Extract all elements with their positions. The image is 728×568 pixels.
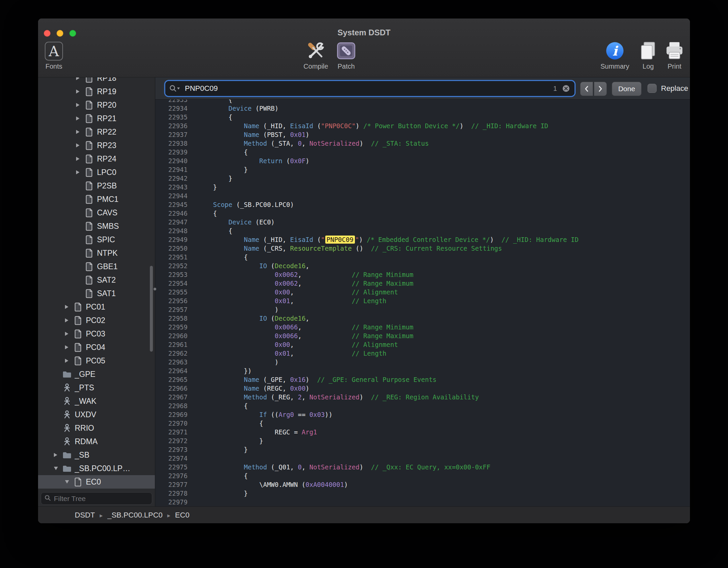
code-line[interactable]: 22945 Scope (_SB.PC00.LPC0) [155,200,690,209]
code-line[interactable]: 22966 Name (REGC, 0x00) [155,384,690,393]
code-line[interactable]: 22962 0x01, // Length [155,349,690,358]
search-menu-icon[interactable] [169,85,181,94]
disclosure-right-icon[interactable] [76,157,85,161]
code-line[interactable]: 22936 Name (_HID, EisaId ("PNP0C0C") /* … [155,121,690,130]
sidebar-item-ec0[interactable]: EC0 [38,475,155,489]
code-line[interactable]: 22953 0x0062, // Range Minimum [155,270,690,279]
sidebar-item-pc02[interactable]: PC02 [38,314,155,327]
sidebar-item-rp20[interactable]: RP20 [38,98,155,112]
disclosure-right-icon[interactable] [76,90,85,94]
sidebar-item-spic[interactable]: SPIC [38,233,155,246]
print-toolbar-button[interactable]: Print [656,41,690,70]
code-line[interactable]: 22942 } [155,174,690,183]
code-line[interactable]: 22974 [155,454,690,463]
sidebar-item-rrio[interactable]: RRIO [38,421,155,435]
find-next-button[interactable] [594,82,607,96]
sidebar-item--sb-pc00-lp-[interactable]: _SB.PC00.LP… [38,462,155,475]
sidebar-item-rp18[interactable]: RP18 [38,77,155,85]
filter-tree-input[interactable] [54,495,141,503]
code-line[interactable]: 22967 Method (_REG, 2, NotSerialized) //… [155,393,690,401]
code-line[interactable]: 22978 } [155,489,690,498]
code-line[interactable]: 22977 \AMW0.AMWN (0xA0040001) [155,480,690,489]
sidebar-item--wak[interactable]: _WAK [38,394,155,408]
code-line[interactable]: 22973 } [155,445,690,454]
code-line[interactable]: 22949 Name (_HID, EisaId ("PNP0C09") /* … [155,235,690,244]
code-line[interactable]: 22970 { [155,419,690,428]
breadcrumb-item[interactable]: _SB.PC00.LPC0 [107,511,163,519]
code-line[interactable]: 22979 [155,498,690,506]
code-line[interactable]: 22976 { [155,471,690,480]
sidebar-item-pc05[interactable]: PC05 [38,354,155,367]
sidebar-item-ntpk[interactable]: NTPK [38,246,155,260]
splitter-handle[interactable] [154,288,156,290]
sidebar-item-rp24[interactable]: RP24 [38,152,155,166]
sidebar-item-pc03[interactable]: PC03 [38,327,155,341]
sidebar-item-rp19[interactable]: RP19 [38,85,155,98]
code-line[interactable]: 22943 } [155,183,690,191]
disclosure-right-icon[interactable] [76,103,85,107]
breadcrumb-item[interactable]: EC0 [175,511,190,519]
disclosure-right-icon[interactable] [76,130,85,134]
code-line[interactable]: 22961 0x00, // Alignment [155,340,690,349]
sidebar-item-pc01[interactable]: PC01 [38,300,155,314]
code-line[interactable]: 22938 Method (_STA, 0, NotSerialized) //… [155,139,690,148]
sidebar-item--pts[interactable]: _PTS [38,381,155,394]
code-line[interactable]: 22948 { [155,226,690,235]
sidebar-item-cavs[interactable]: CAVS [38,206,155,219]
sidebar-item-pmc1[interactable]: PMC1 [38,192,155,206]
done-button[interactable]: Done [612,82,641,96]
sidebar-item-rp22[interactable]: RP22 [38,125,155,139]
summary-toolbar-button[interactable]: i Summary [596,41,633,70]
disclosure-right-icon[interactable] [76,143,85,147]
title-bar[interactable]: System DSDT [38,19,690,38]
sidebar-item-rdma[interactable]: RDMA [38,435,155,448]
disclosure-right-icon[interactable] [65,305,74,309]
disclosure-right-icon[interactable] [65,359,74,363]
clear-search-button[interactable] [562,84,570,94]
disclosure-down-icon[interactable] [54,467,63,470]
sidebar-item-lpc0[interactable]: LPC0 [38,166,155,179]
code-line[interactable]: 22940 Return (0x0F) [155,156,690,165]
disclosure-right-icon[interactable] [65,318,74,322]
sidebar-item-smbs[interactable]: SMBS [38,219,155,233]
code-line[interactable]: 22959 0x0066, // Range Minimum [155,323,690,331]
sidebar-item-rp23[interactable]: RP23 [38,139,155,152]
sidebar-item-sat2[interactable]: SAT2 [38,273,155,287]
code-line[interactable]: 22941 } [155,165,690,174]
disclosure-right-icon[interactable] [65,332,74,336]
code-line[interactable]: 22960 0x0066, // Range Maximum [155,331,690,340]
code-line[interactable]: 22956 0x01, // Length [155,296,690,305]
code-line[interactable]: 22969 If ((Arg0 == 0x03)) [155,410,690,419]
replace-checkbox[interactable] [648,84,657,93]
code-line[interactable]: 22946 { [155,209,690,218]
breadcrumb-item[interactable]: DSDT [75,511,95,519]
fonts-toolbar-button[interactable]: A Fonts [38,41,72,70]
code-line[interactable]: 22951 { [155,253,690,261]
code-line[interactable]: 22975 Method (_Q01, 0, NotSerialized) //… [155,463,690,471]
disclosure-down-icon[interactable] [65,480,74,484]
code-line[interactable]: 22955 0x00, // Alignment [155,288,690,296]
code-line[interactable]: 22934 Device (PWRB) [155,104,690,113]
sidebar-item-gbe1[interactable]: GBE1 [38,260,155,273]
sidebar-item--gpe[interactable]: _GPE [38,367,155,381]
sidebar-item-pc04[interactable]: PC04 [38,341,155,354]
sidebar-scrollbar[interactable] [150,266,153,352]
code-line[interactable]: 22939 { [155,148,690,156]
sidebar-item--sb[interactable]: _SB [38,448,155,462]
filter-tree-field[interactable] [41,492,152,505]
code-line[interactable]: 22964 }) [155,366,690,375]
disclosure-right-icon[interactable] [76,77,85,80]
code-line[interactable]: 22935 { [155,113,690,121]
code-line[interactable]: 22972 } [155,436,690,445]
code-line[interactable]: 22971 REGC = Arg1 [155,428,690,436]
code-line[interactable]: 22968 { [155,401,690,410]
disclosure-right-icon[interactable] [54,453,63,457]
code-line[interactable]: 22947 Device (EC0) [155,218,690,226]
code-editor[interactable]: 22933 {22934 Device (PWRB)22935 {22936 N… [155,100,690,506]
code-line[interactable]: 22933 { [155,100,690,104]
sidebar-item-rp21[interactable]: RP21 [38,112,155,125]
code-line[interactable]: 22965 Name (_GPE, 0x16) // _GPE: General… [155,375,690,384]
find-previous-button[interactable] [580,82,593,96]
disclosure-right-icon[interactable] [65,345,74,349]
code-line[interactable]: 22952 IO (Decode16, [155,261,690,270]
